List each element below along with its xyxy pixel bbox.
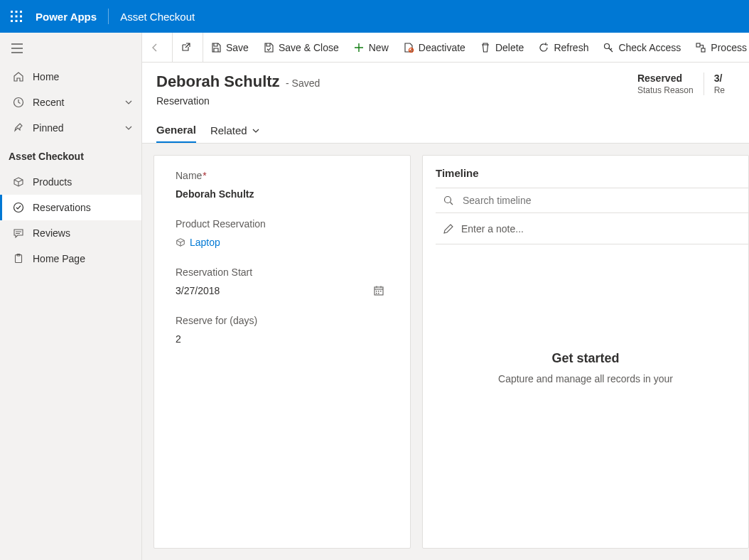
nav-pinned-label: Pinned: [33, 122, 124, 134]
svg-rect-2: [20, 11, 22, 13]
refresh-label: Refresh: [554, 42, 588, 53]
product-lookup[interactable]: Laptop: [176, 237, 389, 248]
svg-rect-7: [16, 20, 18, 22]
flow-icon: [695, 42, 706, 53]
save-close-label: Save & Close: [279, 42, 339, 53]
nav-reviews[interactable]: Reviews: [0, 220, 141, 246]
page-header: Deborah Schultz - Saved Reservation Rese…: [142, 63, 749, 107]
save-icon: [210, 42, 222, 53]
check-access-button[interactable]: Check Access: [596, 33, 688, 63]
refresh-button[interactable]: Refresh: [531, 33, 596, 63]
plus-icon: [353, 42, 365, 53]
nav-recent[interactable]: Recent: [0, 90, 141, 115]
timeline-note-row[interactable]: Enter a note...: [436, 213, 748, 244]
tab-related-label: Related: [210, 124, 247, 136]
back-button[interactable]: [142, 33, 172, 63]
waffle-icon: [11, 11, 22, 22]
note-placeholder: Enter a note...: [461, 223, 524, 235]
svg-rect-8: [20, 20, 22, 22]
chevron-down-icon: [124, 124, 133, 132]
svg-rect-29: [380, 291, 382, 292]
pin-icon: [11, 122, 26, 134]
days-label: Reserve for (days): [176, 315, 389, 326]
timeline-search-input[interactable]: [461, 194, 748, 207]
delete-button[interactable]: Delete: [473, 33, 531, 63]
nav-home-label: Home: [33, 71, 133, 82]
svg-rect-31: [378, 293, 379, 294]
nav-reviews-label: Reviews: [33, 227, 133, 239]
clock-icon: [11, 97, 26, 108]
save-button[interactable]: Save: [203, 33, 256, 63]
refresh-icon: [538, 42, 549, 53]
brand-label: Power Apps: [33, 11, 105, 23]
svg-rect-5: [20, 16, 22, 18]
nav-pinned[interactable]: Pinned: [0, 115, 141, 141]
nav-homepage-label: Home Page: [33, 253, 133, 264]
pencil-icon: [443, 223, 454, 235]
command-bar: Save Save & Close New Deactivate: [142, 33, 749, 63]
box-icon: [176, 237, 185, 247]
nav-toggle-button[interactable]: [0, 33, 141, 64]
tab-related[interactable]: Related: [210, 118, 260, 143]
svg-rect-6: [11, 20, 13, 22]
svg-point-20: [605, 43, 610, 48]
deactivate-label: Deactivate: [419, 42, 465, 53]
deactivate-icon: [403, 42, 414, 53]
timeline-search[interactable]: [436, 188, 748, 213]
chevron-down-icon: [252, 126, 260, 135]
timeline-heading: Timeline: [436, 167, 735, 179]
nav-reservations[interactable]: Reservations: [0, 195, 141, 220]
svg-line-33: [451, 203, 453, 205]
left-nav: Home Recent Pinned Asset Checkout: [0, 33, 142, 560]
svg-rect-30: [376, 293, 377, 294]
start-date-input[interactable]: 3/27/2018: [176, 285, 220, 296]
name-label: Name: [176, 170, 389, 181]
nav-section-title: Asset Checkout: [0, 141, 141, 169]
check-access-label: Check Access: [618, 42, 681, 53]
save-close-button[interactable]: Save & Close: [256, 33, 346, 63]
save-label: Save: [226, 42, 249, 53]
name-input[interactable]: Deborah Schultz: [176, 188, 389, 200]
open-new-window-button[interactable]: [173, 33, 203, 63]
general-card: Name Deborah Schultz Product Reservation…: [153, 155, 411, 549]
key-icon: [603, 42, 614, 53]
header-field-2: 3/ Re: [704, 72, 735, 95]
svg-rect-3: [11, 16, 13, 18]
entity-name: Reservation: [156, 95, 627, 107]
form-content: Name Deborah Schultz Product Reservation…: [142, 144, 749, 560]
nav-homepage[interactable]: Home Page: [0, 246, 141, 271]
form-tabs: General Related: [142, 118, 749, 144]
header-field-2-label: Re: [714, 85, 725, 95]
deactivate-button[interactable]: Deactivate: [396, 33, 473, 63]
process-button[interactable]: Process: [688, 33, 749, 63]
calendar-icon[interactable]: [373, 285, 384, 296]
topbar: Power Apps Asset Checkout: [0, 0, 749, 33]
new-button[interactable]: New: [346, 33, 396, 63]
new-label: New: [369, 42, 389, 53]
svg-rect-21: [696, 43, 700, 47]
nav-reservations-label: Reservations: [33, 202, 133, 213]
svg-rect-1: [16, 11, 18, 13]
nav-products[interactable]: Products: [0, 169, 141, 195]
product-value: Laptop: [190, 237, 220, 248]
timeline-card: Timeline Enter a note... Get started Cap…: [422, 155, 749, 549]
trash-icon: [480, 42, 491, 53]
save-close-icon: [263, 42, 274, 53]
nav-products-label: Products: [33, 176, 133, 188]
svg-rect-0: [11, 11, 13, 13]
start-label: Reservation Start: [176, 266, 389, 278]
nav-recent-label: Recent: [33, 97, 124, 108]
chat-icon: [11, 227, 26, 239]
page-title: Deborah Schultz: [156, 72, 280, 90]
app-launcher-button[interactable]: [0, 0, 33, 33]
svg-rect-28: [378, 291, 379, 292]
empty-message: Capture and manage all records in your: [423, 373, 748, 384]
tab-general[interactable]: General: [156, 118, 196, 143]
empty-title: Get started: [423, 351, 748, 366]
saved-indicator: - Saved: [286, 77, 320, 89]
days-input[interactable]: 2: [176, 333, 389, 345]
status-label: Status Reason: [637, 85, 694, 95]
nav-home[interactable]: Home: [0, 64, 141, 90]
app-name-label[interactable]: Asset Checkout: [112, 11, 203, 23]
svg-rect-27: [376, 291, 377, 292]
